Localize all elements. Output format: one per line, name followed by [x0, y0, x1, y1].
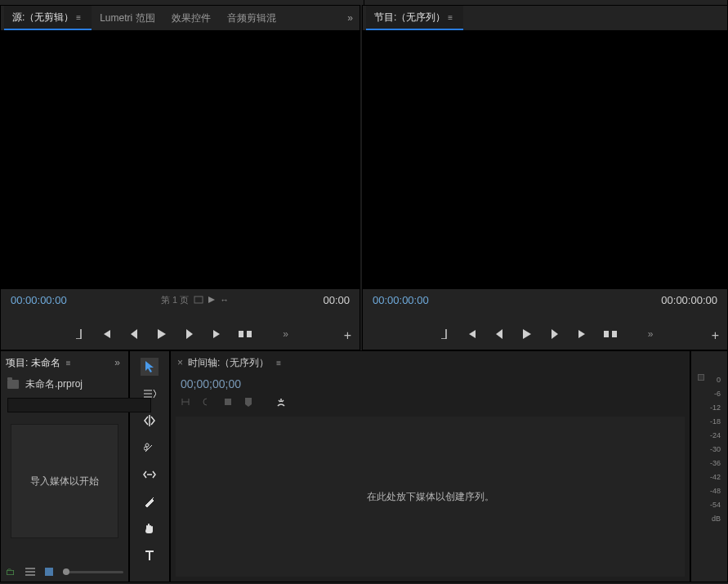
- source-viewer[interactable]: [1, 30, 360, 289]
- meter-value: -42: [710, 473, 721, 481]
- tab-effects[interactable]: 效果控件: [163, 6, 219, 30]
- meter-value: -6: [714, 390, 721, 398]
- meter-value: -24: [710, 431, 721, 439]
- icon-view-icon[interactable]: [45, 568, 53, 576]
- lift-icon[interactable]: [604, 328, 617, 341]
- program-timecode-left[interactable]: 00:00:00:00: [373, 294, 429, 306]
- meter-scale: 0 -6 -12 -18 -24 -30 -36 -42 -48 -54 dB: [695, 376, 724, 523]
- go-to-out-icon[interactable]: [211, 328, 224, 341]
- svg-rect-11: [225, 399, 231, 405]
- hand-tool-icon[interactable]: [141, 519, 159, 537]
- tab-source[interactable]: 源:（无剪辑）≡: [4, 6, 92, 30]
- play-small-icon[interactable]: [208, 296, 215, 303]
- tab-label: 项目: 未命名: [6, 356, 60, 370]
- tab-audio-clip[interactable]: 音频剪辑混: [219, 6, 284, 30]
- page-text: 第 1 页: [161, 294, 189, 306]
- step-back-icon[interactable]: [493, 328, 506, 341]
- svg-marker-5: [523, 329, 531, 339]
- source-timecode-left[interactable]: 00:00:00:00: [11, 294, 67, 306]
- program-time-bar: 00:00:00:00 00:00:00:00: [363, 289, 727, 310]
- source-scrub-bar[interactable]: [1, 310, 360, 319]
- add-button-icon[interactable]: +: [344, 328, 351, 343]
- source-monitor-panel: 源:（无剪辑）≡ Lumetri 范围 效果控件 音频剪辑混 » 00:00:0…: [0, 5, 360, 350]
- close-tab-icon[interactable]: ×: [177, 357, 183, 368]
- program-monitor-panel: 节目:（无序列）≡ 00:00:00:00 00:00:00:00 » +: [362, 5, 728, 350]
- linked-selection-icon[interactable]: [202, 397, 212, 408]
- timeline-drop-prompt: 在此处放下媒体以创建序列。: [367, 490, 494, 504]
- tab-label: 源:（无剪辑）: [12, 11, 74, 25]
- meter-value: -54: [710, 501, 721, 509]
- tab-label: 效果控件: [172, 11, 211, 25]
- svg-rect-9: [45, 568, 53, 576]
- svg-rect-3: [239, 331, 243, 337]
- project-tab-bar: 项目: 未命名≡ »: [1, 351, 128, 374]
- slip-tool-icon[interactable]: [141, 466, 159, 484]
- tab-label: 节目:（无序列）: [374, 11, 445, 25]
- import-prompt: 导入媒体以开始: [30, 474, 99, 488]
- settings-icon[interactable]: [275, 397, 287, 408]
- tab-menu-icon[interactable]: ≡: [64, 359, 74, 368]
- source-time-bar: 00:00:00:00 第 1 页 ↔ 00:00: [1, 289, 360, 310]
- import-dropzone[interactable]: 导入媒体以开始: [11, 424, 118, 538]
- tab-overflow-icon[interactable]: »: [111, 357, 123, 368]
- meter-value: -18: [710, 417, 721, 426]
- tab-program[interactable]: 节目:（无序列）≡: [366, 6, 463, 30]
- tab-menu-icon[interactable]: ≡: [445, 13, 455, 22]
- search-input[interactable]: [7, 398, 151, 412]
- timeline-timecode[interactable]: 00;00;00;00: [181, 377, 680, 390]
- go-to-in-icon[interactable]: [100, 328, 113, 341]
- lock-icon[interactable]: 🗀: [6, 566, 16, 577]
- step-forward-icon[interactable]: [548, 328, 561, 341]
- zoom-slider[interactable]: [63, 571, 123, 573]
- step-back-icon[interactable]: [127, 328, 141, 341]
- razor-tool-icon[interactable]: [141, 439, 159, 457]
- mark-in-icon[interactable]: [72, 328, 85, 341]
- tab-menu-icon[interactable]: ≡: [274, 359, 284, 368]
- overflow-transport-icon[interactable]: »: [283, 328, 288, 340]
- play-icon[interactable]: [520, 328, 534, 341]
- insert-icon[interactable]: [239, 328, 252, 341]
- meter-value: -48: [710, 487, 721, 495]
- timeline-controls: [171, 394, 690, 415]
- program-timecode-right[interactable]: 00:00:00:00: [661, 294, 717, 306]
- source-timecode-right[interactable]: 00:00: [323, 294, 350, 306]
- range-icon[interactable]: ↔: [220, 295, 229, 305]
- go-to-out-icon[interactable]: [576, 328, 589, 341]
- project-search-row: ⌕: [1, 395, 128, 416]
- tab-lumetri[interactable]: Lumetri 范围: [92, 6, 163, 30]
- type-tool-icon[interactable]: [141, 546, 159, 564]
- meter-value: -30: [710, 445, 721, 453]
- program-viewer[interactable]: [363, 30, 727, 289]
- source-tab-bar: 源:（无剪辑）≡ Lumetri 范围 效果控件 音频剪辑混 »: [1, 6, 360, 30]
- timeline-title: 时间轴:（无序列）: [188, 356, 269, 370]
- meter-value: -36: [710, 459, 721, 467]
- selection-tool-icon[interactable]: [141, 358, 159, 376]
- overflow-transport-icon[interactable]: »: [648, 328, 654, 340]
- program-scrub-bar[interactable]: [363, 310, 727, 319]
- tab-overflow-icon[interactable]: »: [344, 12, 356, 24]
- svg-marker-2: [158, 329, 166, 339]
- pen-tool-icon[interactable]: [141, 493, 159, 510]
- audio-meter-panel: 0 -6 -12 -18 -24 -30 -36 -42 -48 -54 dB: [690, 350, 728, 582]
- snap-icon[interactable]: [181, 397, 190, 408]
- project-panel: 项目: 未命名≡ » 未命名.prproj ⌕ 导入媒体以开始 🗀: [0, 350, 129, 582]
- tag-icon[interactable]: [244, 397, 252, 408]
- meter-value: -12: [710, 403, 721, 412]
- mark-in-icon[interactable]: [437, 328, 450, 341]
- meter-unit: dB: [712, 515, 721, 523]
- step-forward-icon[interactable]: [183, 328, 196, 341]
- tools-panel: [129, 350, 170, 582]
- go-to-in-icon[interactable]: [465, 328, 478, 341]
- list-view-icon[interactable]: [25, 568, 35, 576]
- add-button-icon[interactable]: +: [712, 328, 719, 343]
- tab-menu-icon[interactable]: ≡: [74, 13, 83, 22]
- marker-icon[interactable]: [223, 397, 233, 408]
- tab-project[interactable]: 项目: 未命名≡: [6, 356, 74, 370]
- svg-rect-4: [247, 331, 252, 337]
- timeline-dropzone[interactable]: 在此处放下媒体以创建序列。: [176, 417, 685, 577]
- timeline-tab-bar: × 时间轴:（无序列） ≡: [171, 351, 690, 374]
- svg-marker-1: [208, 296, 215, 303]
- fit-icon[interactable]: [194, 296, 203, 304]
- play-icon[interactable]: [155, 328, 168, 341]
- ripple-edit-tool-icon[interactable]: [141, 412, 159, 430]
